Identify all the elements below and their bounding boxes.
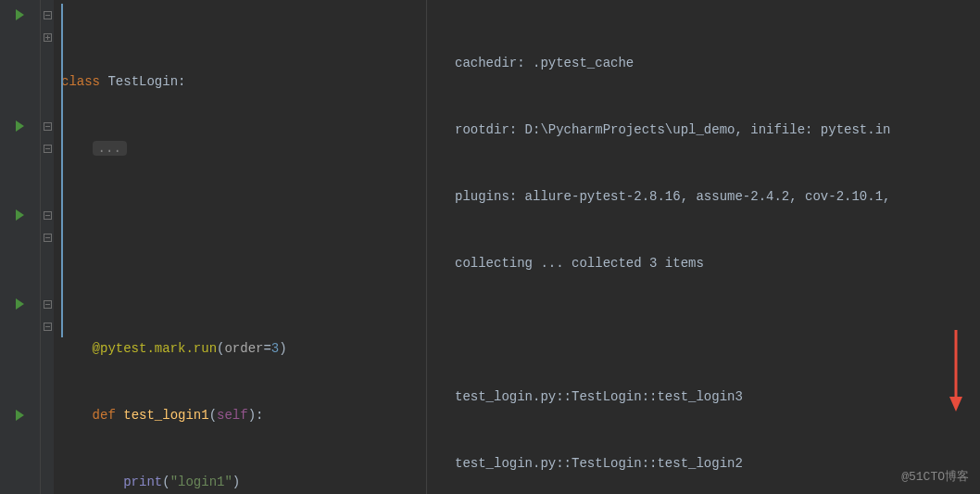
fold-icon[interactable]	[44, 33, 52, 42]
watermark: @51CTO博客	[901, 466, 969, 488]
run-icon[interactable]	[0, 115, 40, 137]
run-icon[interactable]	[0, 404, 40, 426]
console-line: plugins: allure-pytest-2.8.16, assume-2.…	[455, 185, 971, 208]
fold-icon[interactable]	[44, 300, 52, 309]
svg-marker-1	[949, 397, 962, 412]
run-icon[interactable]	[0, 293, 40, 315]
fold-icon[interactable]	[44, 234, 52, 242]
console-line: test_login.py::TestLogin::test_login3	[455, 386, 971, 408]
console-line: rootdir: D:\PycharmProjects\upl_demo, in…	[455, 119, 971, 141]
fold-icon[interactable]	[44, 122, 52, 131]
fold-column	[41, 0, 54, 494]
console-output[interactable]: cachedir: .pytest_cache rootdir: D:\Pych…	[426, 0, 980, 494]
console-line: cachedir: .pytest_cache	[455, 52, 971, 74]
gutter	[0, 0, 41, 494]
console-line: test_login.py::TestLogin::test_login2	[455, 452, 971, 475]
run-icon[interactable]	[0, 4, 40, 26]
keyword: class	[61, 74, 100, 89]
code-editor[interactable]: class TestLogin: ... @pytest.mark.run(or…	[0, 0, 426, 494]
class-name: TestLogin	[107, 74, 178, 89]
fold-icon[interactable]	[44, 323, 52, 331]
fold-icon[interactable]	[44, 145, 52, 153]
code-area[interactable]: class TestLogin: ... @pytest.mark.run(or…	[54, 0, 426, 494]
decorator: @pytest.mark.run	[93, 341, 217, 356]
function-name: test_login1	[123, 408, 208, 423]
annotation-arrow-icon	[947, 330, 965, 413]
fold-icon[interactable]	[44, 11, 52, 19]
console-line: collecting ... collected 3 items	[455, 252, 971, 274]
folded-region[interactable]: ...	[93, 141, 127, 156]
run-icon[interactable]	[0, 204, 40, 226]
fold-icon[interactable]	[44, 211, 52, 220]
